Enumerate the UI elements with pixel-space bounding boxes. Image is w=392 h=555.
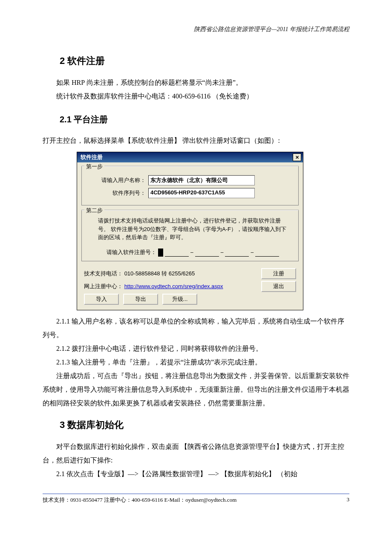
export-button[interactable]: 导出: [123, 294, 158, 305]
regno-seg4[interactable]: [255, 249, 279, 257]
para-213: 2.1.3 输入注册号，单击『注册』，若提示“注册成功”表示完成注册。: [43, 356, 349, 369]
register-button[interactable]: 注册: [261, 268, 296, 279]
serial-input[interactable]: 4CD95605-HRP20-637C1A55: [148, 188, 255, 198]
username-input[interactable]: 东方永德软件（北京）有限公司: [148, 175, 255, 185]
step1-legend: 第一步: [84, 163, 104, 171]
para-212: 2.1.2 拨打注册中心电话，进行软件登记，同时将获得软件的注册号。: [43, 342, 349, 356]
step2-instructions: 请拨打技术支持电话或登陆网上注册中心，进行软件登记，并获取软件注册号。 软件注册…: [86, 217, 294, 246]
para-p6: 2.1 依次点击【专业版】—>【公路属性数据管理】 —> 【数据库初始化】 （初…: [43, 467, 349, 481]
upgrade-button[interactable]: 升级...: [162, 294, 197, 305]
section-2-1-title: 2.1 平台注册: [60, 114, 349, 125]
para-p2: 统计软件及数据库软件注册中心电话：400-659-6116 （免长途费）: [43, 90, 349, 103]
section-2-title: 2 软件注册: [60, 55, 349, 67]
para-211: 2.1.1 输入用户名称，该名称可以是单位的全称或简称，输入完毕后，系统将自动生…: [43, 315, 349, 342]
page-number: 3: [347, 496, 350, 504]
regno-seg2[interactable]: [195, 249, 219, 257]
regno-seg1b[interactable]: [165, 249, 189, 257]
para-p3: 打开主控台，鼠标选择菜单【系统\软件注册】 弹出软件注册对话窗口（如图）:: [43, 134, 349, 147]
para-p4: 注册成功后，可点击『导出』按钮，将注册信息导出为数据文件，并妥善保管。以后重新安…: [43, 369, 349, 410]
dialog-title: 软件注册: [81, 153, 103, 161]
web-reg-label: 网上注册中心：: [84, 283, 123, 289]
tech-phone-label: 技术支持电话：: [84, 270, 123, 277]
regno-seg3[interactable]: [225, 249, 249, 257]
regno-label: 请输入软件注册号：: [107, 249, 156, 256]
step2-group: 第二步 请拨打技术支持电话或登陆网上注册中心，进行软件登记，并获取软件注册号。 …: [81, 210, 299, 261]
username-label: 请输入用户名称：: [86, 176, 148, 184]
para-p5: 对平台数据库进行初始化操作，双击桌面 【陕西省公路信息资源管理平台】快捷方式，打…: [43, 440, 349, 467]
step1-group: 第一步 请输入用户名称： 东方永德软件（北京）有限公司 软件序列号： 4CD95…: [81, 166, 299, 205]
para-p1: 如果 HRP 尚未注册，系统控制台的标题栏将显示“尚未注册”。: [43, 76, 349, 90]
import-button[interactable]: 导入: [84, 294, 119, 305]
web-reg-link[interactable]: http://www.oydtech.com/sreg/index.aspx: [124, 283, 223, 289]
step2-legend: 第二步: [84, 207, 104, 214]
registration-dialog: 软件注册 ✕ 第一步 请输入用户名称： 东方永德软件（北京）有限公司 软件序列号…: [77, 152, 303, 310]
tech-phone-value: 010-58858848 转 6255/6265: [124, 270, 195, 277]
page-header: 陕西省公路信息资源管理平台—2011 年报统计工作简易流程: [43, 26, 349, 33]
footer-left: 技术支持：0931-8550477 注册中心：400-659-6116 E-Ma…: [43, 496, 236, 504]
serial-label: 软件序列号：: [86, 189, 148, 197]
close-icon[interactable]: ✕: [293, 153, 301, 161]
regno-seg1[interactable]: [158, 249, 163, 257]
section-3-title: 3 数据库初始化: [60, 419, 349, 431]
exit-button[interactable]: 退出: [261, 281, 296, 292]
